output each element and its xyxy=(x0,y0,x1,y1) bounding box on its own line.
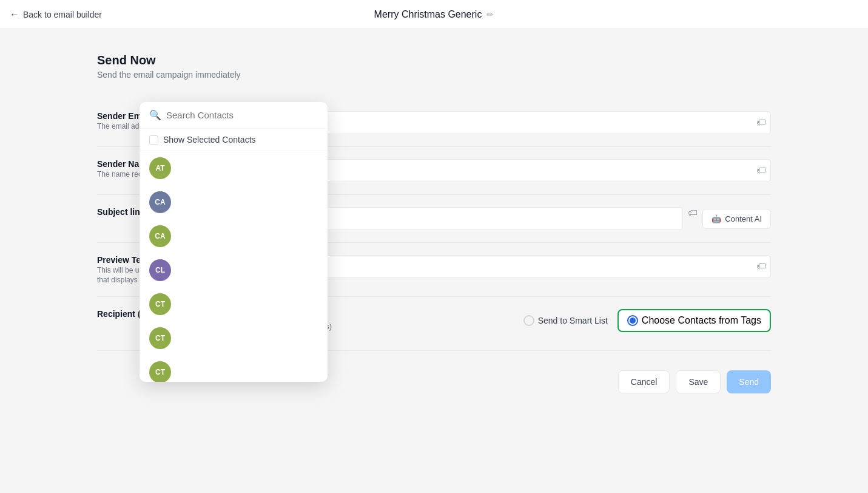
arrow-left-icon: ← xyxy=(10,9,19,20)
preview-tag-icon[interactable]: 🏷 xyxy=(756,261,766,272)
sender-name-tag-icon[interactable]: 🏷 xyxy=(756,165,766,176)
list-item[interactable]: CT xyxy=(140,287,328,321)
show-selected-label: Show Selected Contacts xyxy=(163,135,256,144)
avatar: CT xyxy=(149,327,171,349)
avatar: CA xyxy=(149,191,171,213)
list-item[interactable]: CA xyxy=(140,219,328,253)
send-button[interactable]: Send xyxy=(727,370,771,393)
list-item[interactable]: CT xyxy=(140,355,328,382)
edit-icon[interactable]: ✏ xyxy=(486,10,494,19)
avatar: CL xyxy=(149,259,171,281)
list-item[interactable]: CA xyxy=(140,185,328,219)
dropdown-search-bar: 🔍 xyxy=(140,102,328,129)
save-button[interactable]: Save xyxy=(676,370,721,393)
smart-list-label: Send to Smart List xyxy=(538,316,608,325)
contact-list: ATCACACLCTCTCTCTEB xyxy=(140,151,328,382)
page-title: Merry Christmas Generic xyxy=(374,9,482,20)
content-ai-button[interactable]: 🤖 Content AI xyxy=(702,209,771,229)
avatar: CA xyxy=(149,225,171,247)
show-selected-checkbox[interactable] xyxy=(149,135,158,144)
list-item[interactable]: CL xyxy=(140,253,328,287)
section-subtitle: Send the email campaign immediately xyxy=(97,70,771,80)
subject-tag-icon[interactable]: 🏷 xyxy=(688,208,698,219)
send-to-smart-list-option[interactable]: Send to Smart List xyxy=(523,315,608,326)
content-ai-label: Content AI xyxy=(725,214,762,223)
list-item[interactable]: AT xyxy=(140,151,328,185)
content-ai-icon: 🤖 xyxy=(712,214,721,223)
cancel-button[interactable]: Cancel xyxy=(618,370,670,393)
avatar: AT xyxy=(149,157,171,179)
show-selected-row[interactable]: Show Selected Contacts xyxy=(140,129,328,151)
smart-list-radio[interactable] xyxy=(523,315,534,326)
avatar: CT xyxy=(149,293,171,315)
topbar: ← Back to email builder Merry Christmas … xyxy=(0,0,868,29)
tags-radio[interactable] xyxy=(627,315,638,326)
section-title: Send Now xyxy=(97,53,771,67)
main-content: Send Now Send the email campaign immedia… xyxy=(0,29,868,418)
page-title-container: Merry Christmas Generic ✏ xyxy=(374,9,494,20)
search-contacts-input[interactable] xyxy=(166,110,318,120)
back-button-label: Back to email builder xyxy=(23,10,102,19)
search-icon: 🔍 xyxy=(149,109,161,121)
avatar: CT xyxy=(149,361,171,382)
list-item[interactable]: CT xyxy=(140,321,328,355)
back-button[interactable]: ← Back to email builder xyxy=(10,9,102,20)
contacts-dropdown: 🔍 Show Selected Contacts ATCACACLCTCTCTC… xyxy=(140,102,328,382)
tags-label: Choose Contacts from Tags xyxy=(642,315,761,326)
choose-contacts-from-tags-option[interactable]: Choose Contacts from Tags xyxy=(617,309,771,332)
recipient-list-options: Send to Smart List Choose Contacts from … xyxy=(523,309,771,332)
sender-email-tag-icon[interactable]: 🏷 xyxy=(756,117,766,128)
